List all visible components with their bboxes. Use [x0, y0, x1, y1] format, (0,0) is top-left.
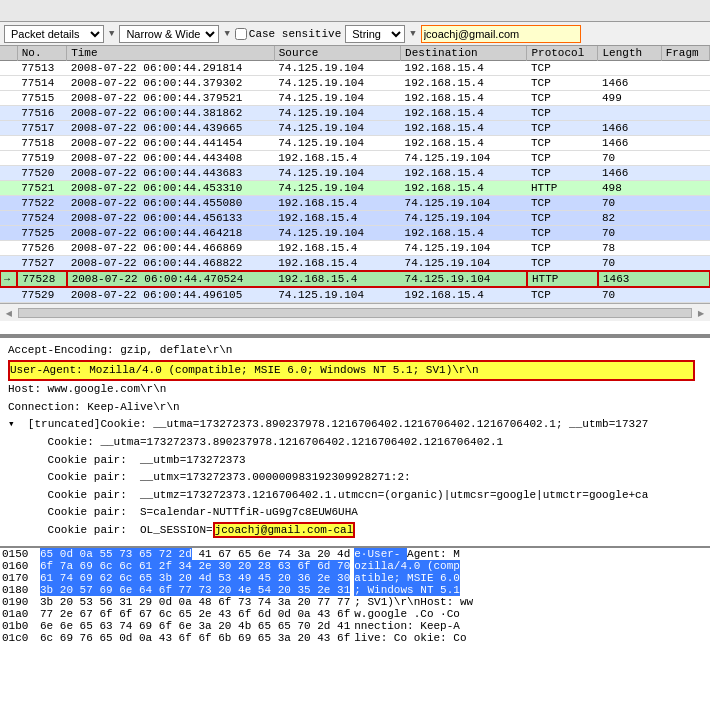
pkt-time: 2008-07-22 06:00:44.468822: [67, 256, 275, 272]
pkt-proto: TCP: [527, 196, 598, 211]
pkt-src: 74.125.19.104: [274, 136, 400, 151]
packet-tbody: 775132008-07-22 06:00:44.29181474.125.19…: [0, 61, 710, 303]
pkt-dst: 192.168.15.4: [401, 106, 527, 121]
hex-ascii: w.google .Co ·Co: [352, 608, 710, 620]
table-row[interactable]: 775252008-07-22 06:00:44.46421874.125.19…: [0, 226, 710, 241]
table-row[interactable]: 775222008-07-22 06:00:44.455080192.168.1…: [0, 196, 710, 211]
table-row[interactable]: →775282008-07-22 06:00:44.470524192.168.…: [0, 271, 710, 287]
table-row[interactable]: 775172008-07-22 06:00:44.43966574.125.19…: [0, 121, 710, 136]
detail-line: Accept-Encoding: gzip, deflate\r\n: [8, 342, 702, 360]
table-row[interactable]: 775192008-07-22 06:00:44.443408192.168.1…: [0, 151, 710, 166]
scrollbar-area[interactable]: ◂ ▸: [0, 303, 710, 321]
detail-line: Cookie pair: S=calendar-NUTTfiR-uG9g7c8E…: [8, 504, 702, 522]
pkt-len: 70: [598, 226, 661, 241]
table-row[interactable]: 775292008-07-22 06:00:44.49610574.125.19…: [0, 287, 710, 303]
pkt-dst: 74.125.19.104: [401, 256, 527, 272]
hex-pane: 0150 65 0d 0a 55 73 65 72 2d 41 67 65 6e…: [0, 546, 710, 691]
scroll-right-icon[interactable]: ▸: [696, 303, 706, 323]
table-row[interactable]: 775202008-07-22 06:00:44.44368374.125.19…: [0, 166, 710, 181]
arrow-cell: [0, 61, 17, 76]
table-row[interactable]: 775262008-07-22 06:00:44.466869192.168.1…: [0, 241, 710, 256]
arrow-cell: [0, 196, 17, 211]
packet-details-select[interactable]: Packet details: [4, 25, 104, 43]
pkt-no: 77516: [17, 106, 66, 121]
scroll-left-icon[interactable]: ◂: [4, 303, 14, 323]
dropdown-arrow2-icon: ▼: [224, 29, 229, 39]
pkt-dst: 192.168.15.4: [401, 136, 527, 151]
pkt-no: 77528: [17, 271, 66, 287]
expand-icon[interactable]: ▾: [8, 418, 15, 430]
detail-line: Host: www.google.com\r\n: [8, 381, 702, 399]
table-row[interactable]: 775242008-07-22 06:00:44.456133192.168.1…: [0, 211, 710, 226]
pkt-dst: 192.168.15.4: [401, 166, 527, 181]
pkt-frag: [661, 151, 709, 166]
pkt-dst: 74.125.19.104: [401, 196, 527, 211]
detail-line: User-Agent: Mozilla/4.0 (compatible; MSI…: [8, 360, 702, 382]
pkt-frag: [661, 91, 709, 106]
table-row[interactable]: 775152008-07-22 06:00:44.37952174.125.19…: [0, 91, 710, 106]
pkt-len: 78: [598, 241, 661, 256]
pkt-dst: 192.168.15.4: [401, 287, 527, 303]
pkt-time: 2008-07-22 06:00:44.443683: [67, 166, 275, 181]
packet-list-wrapper: No. Time Source Destination Protocol Len…: [0, 46, 710, 336]
detail-line: Cookie pair: __utmz=173272373.1216706402…: [8, 487, 702, 505]
pkt-src: 192.168.15.4: [274, 256, 400, 272]
hex-ascii: ozilla/4.0 (comp: [352, 560, 710, 572]
packet-list: No. Time Source Destination Protocol Len…: [0, 46, 710, 303]
case-sensitive-checkbox[interactable]: [235, 28, 247, 40]
pkt-frag: [661, 166, 709, 181]
hex-offset: 0150: [0, 548, 38, 560]
pkt-dst: 192.168.15.4: [401, 121, 527, 136]
hex-bytes: 77 2e 67 6f 6f 67 6c 65 2e 43 6f 6d 0d 0…: [38, 608, 352, 620]
pkt-frag: [661, 211, 709, 226]
pkt-dst: 192.168.15.4: [401, 61, 527, 76]
string-type-select[interactable]: String: [345, 25, 405, 43]
pkt-len: 1466: [598, 166, 661, 181]
pkt-src: 74.125.19.104: [274, 91, 400, 106]
search-type-select[interactable]: Narrow & Wide: [119, 25, 219, 43]
pkt-src: 192.168.15.4: [274, 241, 400, 256]
pkt-len: 1466: [598, 76, 661, 91]
arrow-cell: [0, 151, 17, 166]
table-row[interactable]: 775132008-07-22 06:00:44.29181474.125.19…: [0, 61, 710, 76]
table-row[interactable]: 775162008-07-22 06:00:44.38186274.125.19…: [0, 106, 710, 121]
table-row[interactable]: 775212008-07-22 06:00:44.45331074.125.19…: [0, 181, 710, 196]
pkt-frag: [661, 287, 709, 303]
pkt-time: 2008-07-22 06:00:44.464218: [67, 226, 275, 241]
pkt-time: 2008-07-22 06:00:44.381862: [67, 106, 275, 121]
table-row[interactable]: 775182008-07-22 06:00:44.44145474.125.19…: [0, 136, 710, 151]
arrow-cell: [0, 121, 17, 136]
table-row[interactable]: 775142008-07-22 06:00:44.37930274.125.19…: [0, 76, 710, 91]
hex-offset: 01b0: [0, 620, 38, 632]
detail-line: Cookie: __utma=173272373.890237978.12167…: [8, 434, 702, 452]
col-dst: Destination: [401, 46, 527, 61]
col-len: Length: [598, 46, 661, 61]
detail-line: Cookie pair: __utmb=173272373: [8, 452, 702, 470]
table-row[interactable]: 775272008-07-22 06:00:44.468822192.168.1…: [0, 256, 710, 272]
pkt-no: 77521: [17, 181, 66, 196]
table-header: No. Time Source Destination Protocol Len…: [0, 46, 710, 61]
horizontal-scrollbar[interactable]: [18, 308, 693, 318]
pkt-no: 77527: [17, 256, 66, 272]
pkt-time: 2008-07-22 06:00:44.456133: [67, 211, 275, 226]
pkt-time: 2008-07-22 06:00:44.470524: [67, 271, 275, 287]
pkt-dst: 74.125.19.104: [401, 151, 527, 166]
pkt-src: 192.168.15.4: [274, 211, 400, 226]
hex-row: 01c0 6c 69 76 65 0d 0a 43 6f 6f 6b 69 65…: [0, 632, 710, 644]
pkt-len: [598, 61, 661, 76]
pkt-len: 70: [598, 287, 661, 303]
pkt-src: 74.125.19.104: [274, 181, 400, 196]
hex-bytes: 61 74 69 62 6c 65 3b 20 4d 53 49 45 20 3…: [38, 572, 352, 584]
col-no: [0, 46, 17, 61]
hex-row: 01a0 77 2e 67 6f 6f 67 6c 65 2e 43 6f 6d…: [0, 608, 710, 620]
col-frag: Fragm: [661, 46, 709, 61]
pkt-proto: HTTP: [527, 181, 598, 196]
pkt-time: 2008-07-22 06:00:44.439665: [67, 121, 275, 136]
detail-line: ▾ [truncated]Cookie: __utma=173272373.89…: [8, 416, 702, 434]
dropdown-arrow3-icon: ▼: [410, 29, 415, 39]
pkt-time: 2008-07-22 06:00:44.496105: [67, 287, 275, 303]
pkt-no: 77529: [17, 287, 66, 303]
hex-row: 0150 65 0d 0a 55 73 65 72 2d 41 67 65 6e…: [0, 548, 710, 560]
search-input[interactable]: [421, 25, 581, 43]
pkt-proto: TCP: [527, 91, 598, 106]
